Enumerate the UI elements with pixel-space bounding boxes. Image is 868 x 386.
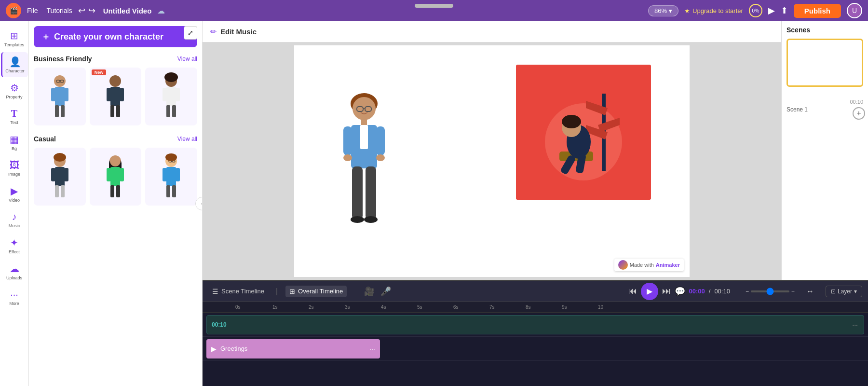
templates-label: Templates xyxy=(4,42,24,47)
add-scene-button[interactable]: + xyxy=(853,107,865,120)
scene-1-time: 00:10 xyxy=(850,99,863,105)
svg-rect-19 xyxy=(166,105,170,117)
svg-rect-26 xyxy=(64,168,68,181)
svg-rect-59 xyxy=(366,166,376,220)
left-sidebar: ⊞ Templates 👤 Character ⚙ Property T Tex… xyxy=(0,21,29,386)
sidebar-item-character[interactable]: 👤 Character xyxy=(1,52,28,77)
redo-button[interactable]: ↪ xyxy=(88,5,95,16)
layer-button[interactable]: ⊡ Layer ▾ xyxy=(826,286,862,297)
nav-tutorials[interactable]: Tutorials xyxy=(47,7,72,14)
char-card-business-1[interactable] xyxy=(34,68,86,125)
svg-point-71 xyxy=(562,115,581,128)
casual-view-all[interactable]: View all xyxy=(177,136,197,142)
tab-scene-timeline[interactable]: ☰ Scene Timeline xyxy=(208,286,268,297)
scene-1-label: Scene 1 xyxy=(787,106,808,113)
zoom-control[interactable]: 86% ▾ xyxy=(648,5,678,16)
timeline-controls: ⏮ ▶ ⏭ 💬 00:00 / 00:10 xyxy=(628,283,730,300)
camera-icon[interactable]: 🎥 xyxy=(364,286,375,297)
greetings-track-block[interactable]: ▶ Greetings ··· xyxy=(206,339,380,358)
bg-track-block[interactable]: 00:10 ··· xyxy=(206,315,864,334)
canvas-container[interactable]: Made with Animaker xyxy=(203,42,781,280)
svg-rect-55 xyxy=(376,126,385,155)
play-preview-icon[interactable]: ▶ xyxy=(768,5,775,16)
timeline-total-time: 00:10 xyxy=(714,288,730,295)
canvas-scenes-row: ✏ Edit Music xyxy=(203,21,868,280)
topbar-nav: File Tutorials xyxy=(27,7,72,14)
ruler-3s: 3s xyxy=(345,304,350,310)
ruler-9s: 9s xyxy=(562,304,567,310)
expand-timeline-icon[interactable]: ↔ xyxy=(806,287,814,296)
zoom-plus-icon[interactable]: + xyxy=(791,288,795,295)
svg-rect-54 xyxy=(343,126,352,155)
char-card-casual-1[interactable] xyxy=(34,148,86,206)
greetings-options-icon[interactable]: ··· xyxy=(369,345,375,353)
mic-icon[interactable]: 🎤 xyxy=(380,286,391,297)
sidebar-item-video[interactable]: ▶ Video xyxy=(1,181,28,207)
play-button[interactable]: ▶ xyxy=(641,283,658,300)
property-icon: ⚙ xyxy=(10,82,19,94)
sidebar-item-music[interactable]: ♪ Music xyxy=(1,207,28,232)
more-icon: ··· xyxy=(10,289,18,300)
captions-button[interactable]: 💬 xyxy=(675,286,685,297)
svg-rect-16 xyxy=(166,87,176,106)
skip-forward-button[interactable]: ⏭ xyxy=(662,286,671,296)
panel-expand-button[interactable]: ⤢ xyxy=(184,26,197,40)
char-card-casual-3[interactable] xyxy=(145,148,197,206)
share-icon[interactable]: ⬆ xyxy=(781,5,788,16)
timeline-zoom: − + xyxy=(746,288,795,295)
video-title[interactable]: Untitled Video xyxy=(103,7,152,15)
panel-collapse-button[interactable]: ‹ xyxy=(195,197,203,210)
sidebar-item-image[interactable]: 🖼 Image xyxy=(1,156,28,180)
svg-rect-20 xyxy=(172,105,176,117)
layer-icon: ⊡ xyxy=(831,288,836,295)
canvas-toolbar-title: Edit Music xyxy=(220,28,257,36)
avatar[interactable]: U xyxy=(847,3,862,18)
app-logo[interactable]: 🎬 xyxy=(6,3,21,18)
ruler-4s: 4s xyxy=(381,304,386,310)
text-label: Text xyxy=(10,120,18,125)
skip-back-button[interactable]: ⏮ xyxy=(628,286,637,296)
char-card-business-2[interactable]: New xyxy=(90,68,142,125)
uploads-label: Uploads xyxy=(6,276,22,280)
sidebar-item-uploads[interactable]: ☁ Uploads xyxy=(1,259,28,284)
char-card-casual-2[interactable] xyxy=(90,148,142,206)
business-view-all[interactable]: View all xyxy=(177,55,197,62)
undo-button[interactable]: ↩ xyxy=(78,5,85,16)
timeline-track-bg: 00:10 ··· xyxy=(203,313,868,337)
sidebar-item-text[interactable]: T Text xyxy=(1,104,28,129)
zoom-value: 86% xyxy=(654,7,667,14)
sidebar-item-templates[interactable]: ⊞ Templates xyxy=(1,26,28,51)
svg-rect-18 xyxy=(176,88,180,101)
svg-rect-3 xyxy=(64,88,68,101)
char-card-business-3[interactable] xyxy=(145,68,197,125)
char-figure-5 xyxy=(101,152,130,201)
sidebar-item-bg[interactable]: ▦ Bg xyxy=(1,130,28,155)
svg-rect-5 xyxy=(61,105,65,117)
svg-rect-35 xyxy=(110,185,114,197)
svg-point-9 xyxy=(109,75,121,87)
upgrade-button[interactable]: ★ Upgrade to starter xyxy=(684,7,743,14)
zoom-slider[interactable] xyxy=(751,290,789,292)
progress-circle[interactable]: 0% xyxy=(749,4,762,17)
timeline-tracks: 00:10 ··· ▶ Greetings ··· xyxy=(203,313,868,386)
cloud-save-icon[interactable]: ☁ xyxy=(157,6,165,15)
sidebar-item-property[interactable]: ⚙ Property xyxy=(1,78,28,103)
svg-rect-24 xyxy=(55,167,65,186)
topbar-action-icons: ▶ ⬆ xyxy=(768,5,788,16)
overall-timeline-icon: ⊞ xyxy=(289,288,295,295)
nav-file[interactable]: File xyxy=(27,7,38,14)
timeline-tab-divider: | xyxy=(276,287,278,296)
scene-item-1[interactable] xyxy=(787,39,863,87)
scene-illustration[interactable] xyxy=(516,65,651,200)
publish-button[interactable]: Publish xyxy=(794,4,841,18)
tab-overall-timeline[interactable]: ⊞ Overall Timeline xyxy=(285,286,347,297)
main-character[interactable] xyxy=(333,90,395,232)
bg-track-options-icon[interactable]: ··· xyxy=(852,321,858,329)
zoom-minus-icon[interactable]: − xyxy=(746,288,749,295)
casual-title: Casual xyxy=(34,135,56,143)
sidebar-item-more[interactable]: ··· More xyxy=(1,285,28,310)
svg-rect-33 xyxy=(107,168,111,181)
create-character-button[interactable]: ＋ Create your own character xyxy=(34,26,197,47)
svg-point-61 xyxy=(364,216,378,223)
sidebar-item-effect[interactable]: ✦ Effect xyxy=(1,233,28,258)
